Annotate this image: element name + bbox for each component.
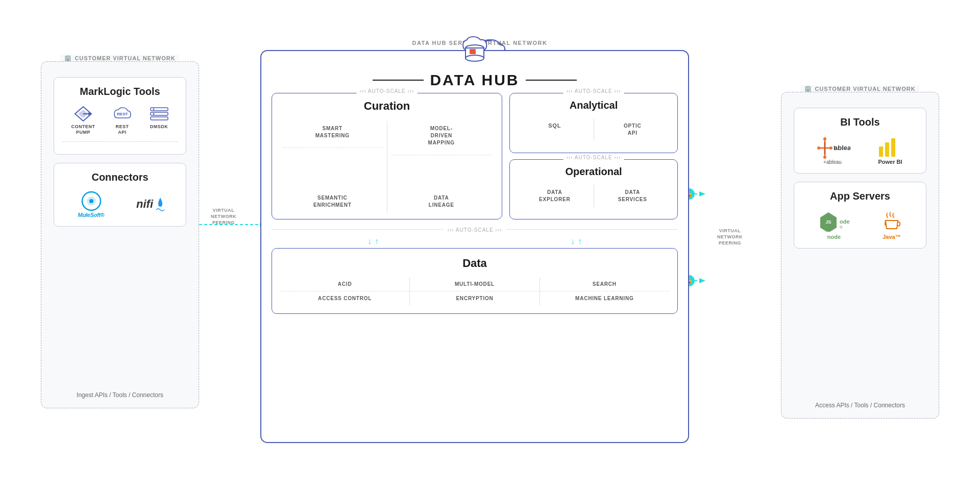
svg-rect-63 [879, 146, 883, 157]
right-network-bottom-label: Access APIs / Tools / Connectors [815, 402, 905, 409]
svg-text:NETWORK: NETWORK [717, 234, 743, 239]
nodejs-item: JS ode ® node [817, 209, 851, 240]
datahub-title-wrap: DATA HUB [272, 71, 678, 89]
svg-text:NETWORK: NETWORK [211, 214, 236, 219]
operational-autoscale: ‹‹‹ AUTO-SCALE ››› [564, 155, 624, 160]
bi-tools-title: BI Tools [802, 116, 918, 128]
access-control-label: ACCESS CONTROL [280, 291, 409, 305]
powerbi-label: Power BI [875, 159, 905, 165]
dmsdk-tool: DMSDK [150, 106, 169, 135]
nifi-logo-icon: nifi [134, 193, 164, 215]
svg-text:REST: REST [117, 112, 128, 116]
left-customer-network: 🏢 CUSTOMER VIRTUAL NETWORK MarkLogic Too… [41, 61, 199, 408]
smart-mastering-label: SMARTMASTERING [282, 125, 383, 139]
data-box: Data ACID ACCESS CONTROL MULTI-MODEL ENC… [272, 248, 678, 314]
dmsdk-icon [150, 106, 169, 122]
marklogic-tools-title: MarkLogic Tools [62, 86, 178, 97]
svg-text:nifi: nifi [136, 198, 154, 210]
mulesoft-logo-icon [76, 190, 107, 212]
nodejs-label: node [817, 234, 851, 240]
building-icon: 🏢 [64, 55, 72, 61]
app-servers-box: App Servers JS ode ® node [794, 182, 926, 249]
acid-label: ACID [280, 277, 409, 291]
arrow-down-right: ↓ [571, 237, 575, 246]
svg-text:PEERING: PEERING [719, 240, 741, 246]
arrow-down-left: ↓ [368, 237, 372, 246]
right-customer-network: 🏢 CUSTOMER VIRTUAL NETWORK BI Tools [781, 92, 939, 419]
svg-rect-64 [885, 142, 889, 157]
semantic-enrichment-label: SEMANTICENRICHMENT [282, 194, 383, 209]
svg-point-59 [817, 146, 820, 150]
rest-api-tool: REST RESTAPI [113, 106, 132, 135]
svg-marker-15 [699, 191, 705, 197]
machine-learning-label: MACHINE LEARNING [540, 291, 669, 305]
svg-text:®: ® [840, 225, 843, 230]
mulesoft-label: MuleSoft® [78, 212, 105, 218]
svg-point-45 [153, 113, 154, 115]
svg-point-44 [153, 109, 154, 110]
tableau-item: ableau t +ableau [815, 137, 850, 165]
curation-box: ‹‹‹ AUTO-SCALE ››› Curation SMARTMASTERI… [272, 93, 502, 219]
datahub-title: DATA HUB [430, 71, 519, 89]
operational-box: ‹‹‹ AUTO-SCALE ››› Operational DATAEXPLO… [509, 159, 678, 219]
connectors-title: Connectors [62, 172, 178, 183]
app-servers-title: App Servers [802, 190, 918, 202]
mulesoft-item: MuleSoft® [76, 190, 107, 218]
dmsdk-label: DMSDK [150, 124, 168, 130]
svg-marker-19 [699, 278, 705, 283]
analytical-title: Analytical [516, 100, 671, 111]
marklogic-tools-box: MarkLogic Tools CONTENTPUMP [54, 77, 186, 155]
svg-point-57 [823, 137, 826, 140]
svg-point-52 [465, 55, 484, 61]
svg-text:ode: ode [840, 218, 850, 225]
datahub-border: DATA HUB ‹‹‹ AUTO-SCALE ››› Curation S [260, 50, 689, 443]
data-autoscale-wrap: ‹‹‹ AUTO-SCALE ››› [272, 225, 678, 234]
data-explorer-label: DATAEXPLORER [516, 185, 594, 207]
svg-rect-65 [891, 138, 895, 157]
left-network-label: 🏢 CUSTOMER VIRTUAL NETWORK [60, 55, 179, 61]
svg-point-60 [829, 146, 832, 150]
curation-autoscale: ‹‹‹ AUTO-SCALE ››› [357, 88, 418, 94]
svg-rect-53 [470, 49, 476, 54]
content-pump-icon [74, 106, 92, 122]
multi-model-label: MULTI-MODEL [410, 277, 539, 291]
content-pump-label: CONTENTPUMP [71, 124, 95, 135]
powerbi-logo-icon [875, 136, 905, 159]
rest-api-icon: REST [113, 106, 132, 122]
diagram-wrapper: 🔒 🔒 🔒 VIRTUAL NETWORK PEERING VI [26, 20, 954, 470]
data-autoscale: ‹‹‹ AUTO-SCALE ››› [444, 227, 506, 233]
java-item: Java™ [880, 209, 903, 240]
java-logo-icon [880, 209, 903, 232]
svg-text:VIRTUAL: VIRTUAL [213, 208, 235, 213]
connectors-box: Connectors MuleSoft® nifi [54, 163, 186, 227]
powerbi-item: Power BI [875, 136, 905, 165]
rest-api-label: RESTAPI [115, 124, 129, 135]
nifi-item: nifi [134, 193, 164, 215]
building-right-icon: 🏢 [804, 85, 812, 92]
database-icon [463, 44, 486, 63]
nodejs-logo-icon: JS ode ® [817, 209, 851, 232]
java-label: Java™ [880, 234, 903, 240]
analytical-autoscale: ‹‹‹ AUTO-SCALE ››› [564, 88, 624, 94]
encryption-label: ENCRYPTION [410, 291, 539, 305]
svg-text:JS: JS [825, 219, 831, 225]
data-title: Data [280, 257, 669, 270]
data-lineage-label: DATALINEAGE [391, 194, 492, 209]
analytical-box: ‹‹‹ AUTO-SCALE ››› Analytical SQL OPTICA… [509, 93, 678, 153]
svg-rect-43 [151, 117, 168, 120]
sql-label: SQL [516, 118, 594, 141]
datahub-outer: DATA HUB SERVICE VIRTUAL NETWORK [260, 36, 699, 454]
svg-text:PEERING: PEERING [212, 220, 235, 225]
content-pump-tool: CONTENTPUMP [71, 106, 95, 135]
data-services-label: DATASERVICES [594, 185, 672, 207]
optic-api-label: OPTICAPI [594, 118, 672, 141]
svg-point-58 [823, 156, 826, 159]
model-driven-mapping-label: MODEL-DRIVENMAPPING [391, 125, 492, 146]
tableau-logo-icon: ableau t [815, 137, 850, 159]
arrow-up-left: ↑ [375, 237, 379, 246]
db-icon-wrap [463, 44, 486, 65]
left-network-bottom-label: Ingest APIs / Tools / Connectors [77, 391, 163, 399]
search-label: SEARCH [540, 277, 669, 291]
arrow-up-right: ↑ [578, 237, 582, 246]
tableau-label: +ableau [815, 159, 850, 165]
